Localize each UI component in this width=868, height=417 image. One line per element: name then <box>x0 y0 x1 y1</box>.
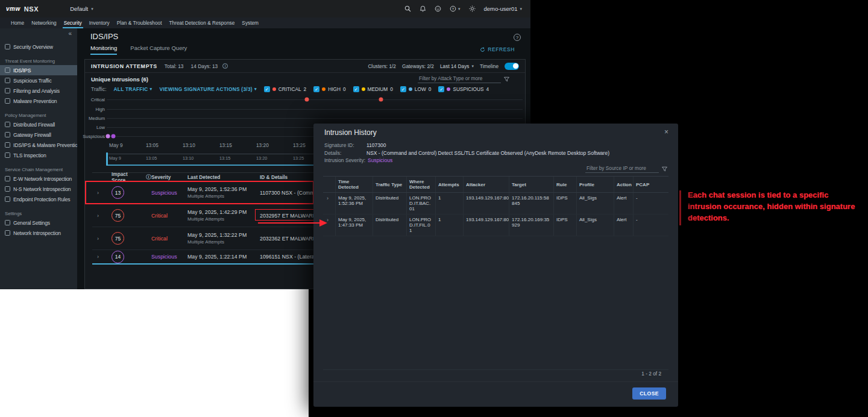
sidebar-collapse-icon[interactable]: « <box>68 30 72 37</box>
last-detected-value: May 9, 2025, 1:42:29 PM <box>187 209 260 215</box>
page-help-icon[interactable]: ? <box>514 34 521 41</box>
severity-filter-critical[interactable]: ✓CRITICAL2 <box>264 86 306 92</box>
chart-point-suspicious[interactable] <box>106 134 110 139</box>
filter-icon[interactable] <box>662 166 667 172</box>
modal-title: Intrusion History <box>324 128 377 137</box>
nav-tab-security[interactable]: Security <box>60 17 86 28</box>
severity-label: MEDIUM <box>368 86 388 92</box>
expand-icon[interactable]: › <box>92 236 107 242</box>
checkbox-checked-icon[interactable]: ✓ <box>400 86 406 92</box>
severity-filter-medium[interactable]: ✓MEDIUM0 <box>353 86 393 92</box>
gateway-firewall-icon <box>5 132 10 137</box>
sidebar-item-label: IDS/IPS <box>13 67 31 74</box>
timeline-toggle[interactable] <box>505 63 519 70</box>
sidebar-item-gateway-firewall[interactable]: Gateway Firewall <box>0 130 77 140</box>
refresh-icon <box>480 47 485 52</box>
theme-icon[interactable] <box>469 5 476 12</box>
notifications-icon[interactable] <box>420 5 426 12</box>
close-icon[interactable]: × <box>664 128 668 136</box>
search-icon[interactable] <box>404 5 411 12</box>
attempts-value: 1 <box>435 215 463 236</box>
history-row[interactable]: › May 9, 2025, 1:52:36 PM Distributed LO… <box>323 193 668 215</box>
expand-icon[interactable]: › <box>92 254 107 260</box>
brush-tick: 13:20 <box>256 155 267 161</box>
sidebar-item-general-settings[interactable]: General Settings <box>0 218 77 228</box>
nav-tab-system[interactable]: System <box>238 17 262 28</box>
sidebar-item-suspicious-traffic[interactable]: Suspicious Traffic <box>0 75 77 86</box>
general-settings-icon <box>5 220 10 225</box>
refresh-button[interactable]: REFRESH <box>480 46 515 52</box>
project-selector[interactable]: Default ▾ <box>70 5 93 12</box>
brush-tick: 13:25 <box>293 155 304 161</box>
axis-tick: 13:05 <box>146 142 159 148</box>
traffic-select[interactable]: ALL TRAFFIC▾ <box>114 86 153 92</box>
sidebar-item-filtering-and-analysis[interactable]: Filtering and Analysis <box>0 86 77 96</box>
expand-icon[interactable]: › <box>327 217 329 223</box>
chevron-down-icon: ▾ <box>150 87 153 92</box>
col-time-detected: Time Detected <box>335 177 373 192</box>
gridline <box>107 109 523 110</box>
sidebar-item-security-overview[interactable]: Security Overview <box>0 42 77 52</box>
brush-handle[interactable] <box>106 152 108 166</box>
info-icon[interactable] <box>146 174 151 180</box>
background-white-area <box>0 289 309 417</box>
sidebar-item-ids-ips-malware-prevention[interactable]: IDS/IPS & Malware Prevention <box>0 140 77 150</box>
attack-type-filter-input[interactable] <box>418 75 501 83</box>
checkbox-checked-icon[interactable]: ✓ <box>264 86 270 92</box>
source-ip-filter-input[interactable] <box>585 165 659 173</box>
chevron-down-icon: ▾ <box>254 87 257 92</box>
axis-tick: 13:15 <box>219 142 232 148</box>
where-detected-value: LON.PROD.IT.FIL.01 <box>406 215 435 236</box>
chart-row-label: Medium <box>89 115 105 121</box>
col-attempts: Attempts <box>435 177 463 192</box>
chart-point-critical[interactable] <box>305 98 309 102</box>
intrusion-history-table: Time Detected Traffic Type Where Detecte… <box>323 176 668 370</box>
tab-packet-capture-query[interactable]: Packet Capture Query <box>130 45 187 55</box>
tab-monitoring[interactable]: Monitoring <box>90 45 117 55</box>
network-introspection-icon <box>5 230 10 236</box>
nav-tab-threat-detection-response[interactable]: Threat Detection & Response <box>166 17 239 28</box>
attack-type-filter <box>418 75 509 83</box>
filter-icon[interactable] <box>504 77 509 82</box>
nav-tab-inventory[interactable]: Inventory <box>86 17 113 28</box>
axis-tick: 13:20 <box>256 142 269 148</box>
help-menu[interactable]: ?▾ <box>450 5 461 12</box>
feedback-icon[interactable] <box>435 5 441 12</box>
sidebar-item-ew-network-introspection[interactable]: E-W Network Introspection <box>0 174 77 184</box>
info-icon[interactable] <box>222 63 228 69</box>
where-detected-value: LON.PROD.IT.BAC.01 <box>406 193 435 214</box>
details-value: NSX - (Command and Control) Detect SSL/T… <box>366 149 609 157</box>
expand-icon[interactable]: › <box>327 195 329 201</box>
chart-point-suspicious[interactable] <box>112 134 116 139</box>
traffic-value: ALL TRAFFIC <box>114 86 148 92</box>
chart-point-critical[interactable] <box>379 98 383 102</box>
nav-tab-plan-troubleshoot[interactable]: Plan & Troubleshoot <box>113 17 166 28</box>
sidebar-item-tls-inspection[interactable]: TLS Inspection <box>0 150 77 160</box>
severity-filter-high[interactable]: ✓HIGH0 <box>313 86 345 92</box>
sidebar-item-ids-ips[interactable]: IDS/IPS <box>0 65 77 75</box>
sidebar-item-label: Endpoint Protection Rules <box>13 196 70 202</box>
checkbox-checked-icon[interactable]: ✓ <box>353 86 359 92</box>
screenshot-canvas: vmw NSX Default ▾ ?▾ demo-user01▾ Home N… <box>0 0 868 417</box>
sidebar-item-endpoint-protection-rules[interactable]: Endpoint Protection Rules <box>0 194 77 204</box>
checkbox-checked-icon[interactable]: ✓ <box>438 86 444 92</box>
attempts-note: Multiple Attempts <box>187 216 260 222</box>
sidebar-item-malware-prevention[interactable]: Malware Prevention <box>0 96 77 106</box>
close-button[interactable]: CLOSE <box>632 387 666 400</box>
user-menu[interactable]: demo-user01▾ <box>484 5 523 12</box>
sidebar-item-network-introspection[interactable]: Network Introspection <box>0 228 77 238</box>
signature-actions-select[interactable]: VIEWING SIGNATURE ACTIONS (3/3)▾ <box>159 86 256 92</box>
severity-filter-low[interactable]: ✓LOW0 <box>400 86 432 92</box>
last-detected-value: May 9, 2025, 1:22:14 PM <box>187 254 260 260</box>
nav-tab-networking[interactable]: Networking <box>28 17 60 28</box>
sidebar-item-ns-network-introspection[interactable]: N-S Network Introspection <box>0 184 77 194</box>
severity-filter-suspicious[interactable]: ✓SUSPICIOUS4 <box>438 86 489 92</box>
checkbox-checked-icon[interactable]: ✓ <box>313 86 319 92</box>
sidebar-item-distributed-firewall[interactable]: Distributed Firewall <box>0 119 77 130</box>
history-row[interactable]: › May 9, 2025, 1:47:33 PM Distributed LO… <box>323 215 668 236</box>
time-range-select[interactable]: Last 14 Days▾ <box>440 63 474 69</box>
nav-tab-home[interactable]: Home <box>7 17 28 28</box>
main-nav: Home Networking Security Inventory Plan … <box>0 17 530 28</box>
sidebar-item-label: E-W Network Introspection <box>13 176 72 182</box>
expand-icon[interactable]: › <box>92 213 107 219</box>
